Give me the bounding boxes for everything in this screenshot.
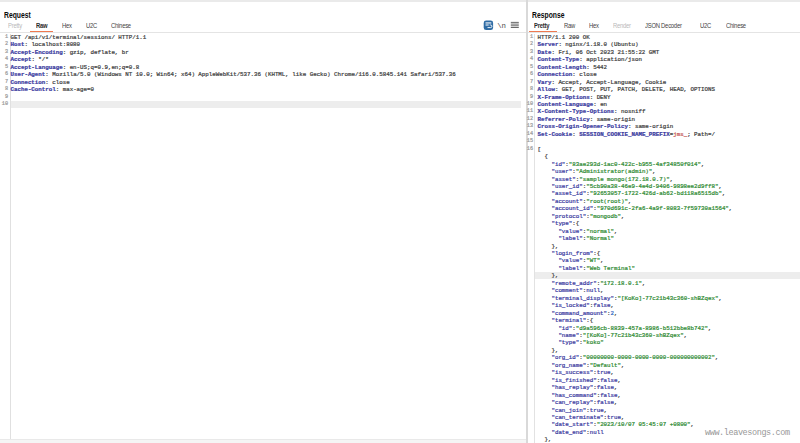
svg-text:\n: \n	[497, 22, 506, 30]
